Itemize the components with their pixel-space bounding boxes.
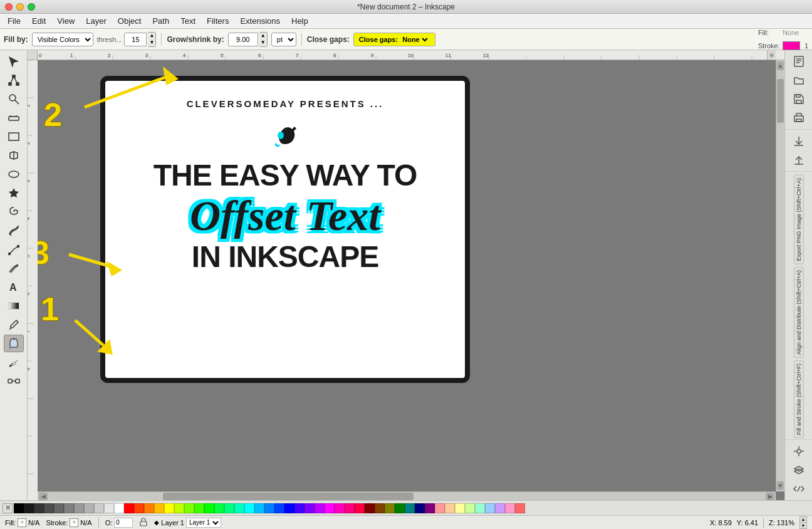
menu-help[interactable]: Help — [286, 15, 313, 27]
color-swatch[interactable] — [154, 503, 164, 513]
color-swatch[interactable] — [254, 503, 264, 513]
no-color-swatch[interactable]: ✕ — [3, 503, 13, 513]
color-swatch[interactable] — [114, 503, 124, 513]
tool-spiral[interactable] — [4, 203, 24, 221]
tool-spray[interactable] — [4, 354, 24, 371]
print-button[interactable] — [789, 109, 809, 127]
grow-shrink-input[interactable] — [228, 33, 258, 46]
tool-ellipse[interactable] — [4, 165, 24, 183]
color-swatch[interactable] — [395, 503, 405, 513]
canvas-content[interactable]: CLEVERSOMEDAY PRESENTS ... THE EA — [38, 60, 776, 491]
menu-file[interactable]: File — [3, 15, 26, 27]
layers-button[interactable] — [789, 461, 809, 479]
tool-connector[interactable] — [4, 372, 24, 390]
tool-dropper[interactable] — [4, 316, 24, 333]
vscroll-down[interactable]: ▼ — [777, 481, 784, 490]
unit-select[interactable]: pt — [271, 33, 296, 46]
stroke-color-swatch[interactable] — [783, 41, 800, 50]
color-swatch[interactable] — [345, 503, 355, 513]
color-swatch[interactable] — [425, 503, 435, 513]
grow-shrink-down[interactable]: ▼ — [259, 39, 267, 46]
color-swatch[interactable] — [24, 503, 34, 513]
open-doc-button[interactable] — [789, 71, 809, 89]
vertical-scrollbar[interactable]: ▲ ▼ — [776, 60, 784, 491]
tool-star[interactable] — [4, 184, 24, 202]
horizontal-scrollbar[interactable]: ◀ ▶ — [38, 491, 776, 500]
color-swatch[interactable] — [475, 503, 485, 513]
tool-zoom[interactable] — [4, 90, 24, 108]
canvas-area[interactable]: 0 1 2 3 4 5 6 7 8 9 10 11 12 — [28, 50, 784, 500]
menu-extensions[interactable]: Extensions — [235, 15, 285, 27]
threshold-down[interactable]: ▼ — [148, 39, 155, 46]
snap-button[interactable] — [789, 443, 809, 460]
menu-text[interactable]: Text — [175, 15, 200, 27]
import-button[interactable] — [789, 132, 809, 150]
color-swatch[interactable] — [465, 503, 475, 513]
hscroll-left[interactable]: ◀ — [39, 493, 48, 500]
color-swatch[interactable] — [485, 503, 495, 513]
tool-selector[interactable] — [4, 53, 24, 70]
tool-gradient[interactable] — [4, 297, 24, 315]
color-swatch[interactable] — [124, 503, 134, 513]
threshold-up[interactable]: ▲ — [148, 33, 155, 39]
new-doc-button[interactable] — [789, 53, 809, 70]
color-swatch[interactable] — [204, 503, 214, 513]
color-swatch[interactable] — [104, 503, 114, 513]
hscroll-thumb[interactable] — [163, 493, 414, 500]
tool-pen[interactable] — [4, 241, 24, 258]
color-swatch[interactable] — [34, 503, 44, 513]
color-swatch[interactable] — [325, 503, 335, 513]
hscroll-right[interactable]: ▶ — [766, 493, 774, 500]
threshold-input[interactable]: 15 — [124, 33, 147, 46]
color-swatch[interactable] — [405, 503, 415, 513]
color-swatch[interactable] — [244, 503, 254, 513]
tool-text[interactable]: A — [4, 278, 24, 296]
color-swatch[interactable] — [234, 503, 244, 513]
tool-calligraphy[interactable] — [4, 259, 24, 277]
color-swatch[interactable] — [455, 503, 465, 513]
tool-rectangle[interactable] — [4, 128, 24, 145]
save-doc-button[interactable] — [789, 90, 809, 108]
color-swatch[interactable] — [274, 503, 284, 513]
tool-paint-bucket[interactable] — [4, 335, 24, 352]
close-button[interactable] — [5, 3, 13, 11]
color-swatch[interactable] — [224, 503, 234, 513]
vscroll-up[interactable]: ▲ — [777, 61, 784, 70]
menu-layer[interactable]: Layer — [81, 15, 112, 27]
tool-measure[interactable] — [4, 109, 24, 127]
menu-object[interactable]: Object — [113, 15, 147, 27]
layer-select[interactable]: Layer 1 — [186, 518, 221, 528]
color-swatch[interactable] — [94, 503, 104, 513]
color-swatch[interactable] — [435, 503, 445, 513]
color-swatch[interactable] — [164, 503, 174, 513]
color-swatch[interactable] — [505, 503, 515, 513]
minimize-button[interactable] — [16, 3, 24, 11]
color-swatch[interactable] — [385, 503, 395, 513]
color-swatch[interactable] — [284, 503, 294, 513]
vscroll-thumb[interactable] — [777, 79, 784, 123]
window-controls[interactable] — [5, 3, 35, 11]
xml-editor-button[interactable] — [789, 480, 809, 498]
color-swatch[interactable] — [315, 503, 325, 513]
color-swatch[interactable] — [304, 503, 315, 513]
color-swatch[interactable] — [214, 503, 224, 513]
color-swatch[interactable] — [355, 503, 365, 513]
grow-shrink-up[interactable]: ▲ — [259, 33, 267, 39]
color-swatch[interactable] — [194, 503, 204, 513]
close-gaps-select[interactable]: None — [400, 35, 430, 44]
color-swatch[interactable] — [54, 503, 64, 513]
color-swatch[interactable] — [365, 503, 375, 513]
fill-stroke-panel-tab[interactable]: Fill and Stroke (Shift+Ctrl+F) — [794, 360, 804, 438]
color-swatch[interactable] — [335, 503, 345, 513]
color-swatch[interactable] — [44, 503, 54, 513]
fill-by-select[interactable]: Visible Colors — [32, 33, 93, 46]
lock-button[interactable] — [139, 518, 148, 528]
color-swatch[interactable] — [84, 503, 94, 513]
tool-node[interactable] — [4, 71, 24, 89]
zoom-down[interactable]: ▼ — [799, 523, 807, 529]
menu-view[interactable]: View — [52, 15, 80, 27]
export-button[interactable] — [789, 151, 809, 169]
color-swatch[interactable] — [184, 503, 194, 513]
zoom-spinner[interactable]: ▲ ▼ — [799, 516, 807, 529]
export-png-panel[interactable]: Export PNG Image (Shift+Ctrl+A) — [794, 175, 804, 264]
